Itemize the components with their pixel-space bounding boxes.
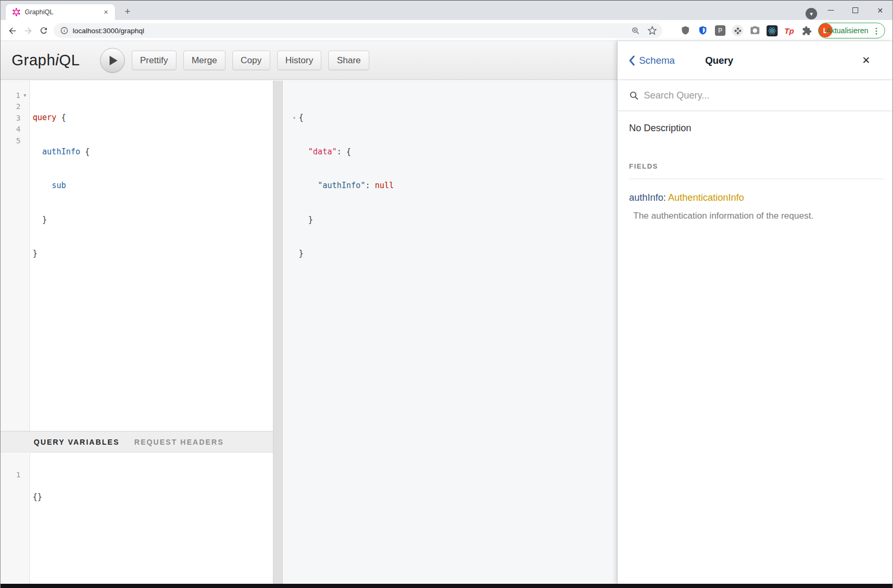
- reload-icon[interactable]: [37, 24, 50, 37]
- window-controls: ✕: [818, 1, 892, 20]
- extensions-puzzle-icon[interactable]: [801, 25, 812, 36]
- doc-close-icon[interactable]: ✕: [862, 54, 870, 66]
- query-editor[interactable]: 1▾ 2 3 4 5 query { authInfo { sub } }: [1, 81, 273, 431]
- ublock-extension-icon[interactable]: [680, 25, 691, 36]
- chevron-left-icon: [628, 55, 635, 66]
- tab-request-headers[interactable]: REQUEST HEADERS: [134, 438, 224, 446]
- move-extension-icon[interactable]: [732, 25, 743, 36]
- result-pane: ▾{ "data": { "authInfo": null } }: [283, 81, 617, 584]
- editor-column: 1▾ 2 3 4 5 query { authInfo { sub } }: [1, 81, 273, 584]
- taskbar-edge: [1, 584, 892, 588]
- doc-search-row: [617, 80, 892, 111]
- screenshot-extension-icon[interactable]: [749, 25, 761, 36]
- graphiql-app: GraphiQL Prettify Merge Copy History Sha…: [1, 41, 892, 584]
- query-code[interactable]: query { authInfo { sub } }: [31, 81, 273, 431]
- field-name-link[interactable]: authInfo: [629, 192, 663, 203]
- merge-button[interactable]: Merge: [183, 51, 225, 70]
- forward-icon[interactable]: [22, 24, 34, 37]
- execute-query-button[interactable]: [100, 48, 125, 73]
- doc-explorer-title: Query: [705, 55, 733, 66]
- line-number: 1: [1, 471, 21, 479]
- update-label: Aktualisieren: [826, 26, 868, 35]
- maximize-button[interactable]: [843, 1, 868, 20]
- close-button[interactable]: ✕: [868, 1, 892, 20]
- fields-divider: [629, 179, 885, 179]
- line-number: 1: [1, 91, 20, 100]
- bookmark-star-icon[interactable]: [647, 26, 657, 35]
- browser-navbar: localhost:3000/graphql P: [1, 20, 892, 41]
- download-status-icon[interactable]: ▾: [806, 8, 817, 19]
- play-icon: [110, 56, 117, 65]
- browser-window: GraphiQL ✕ + ▾ ✕ localhost:3000/grap: [0, 0, 893, 588]
- secondary-editor-tabs: QUERY VARIABLES REQUEST HEADERS: [1, 431, 273, 453]
- doc-back-link[interactable]: Schema: [628, 55, 675, 66]
- bitwarden-extension-icon[interactable]: [697, 25, 709, 36]
- tab-title: GraphiQL: [25, 8, 101, 16]
- browser-titlebar: GraphiQL ✕ + ▾ ✕: [1, 1, 892, 20]
- browser-update-menu[interactable]: Aktualisieren ⋮: [818, 23, 885, 38]
- tampermonkey-extension-icon[interactable]: Tp: [783, 25, 795, 36]
- field-type-link[interactable]: AuthenticationInfo: [668, 192, 744, 203]
- variables-editor-gutter: 1: [1, 453, 30, 584]
- fields-section-label: FIELDS: [629, 162, 885, 170]
- graphql-favicon-icon: [12, 8, 21, 16]
- doc-explorer: Schema Query ✕ No Description FIELDS aut…: [617, 41, 892, 584]
- tab-close-icon[interactable]: ✕: [101, 7, 111, 17]
- variables-editor[interactable]: 1 {}: [1, 453, 273, 584]
- copy-button[interactable]: Copy: [232, 51, 270, 70]
- field-description: The authentication information of the re…: [629, 211, 885, 221]
- line-number: 4: [1, 125, 21, 133]
- new-tab-button[interactable]: +: [121, 5, 134, 18]
- p-extension-icon[interactable]: P: [714, 25, 726, 36]
- address-bar[interactable]: localhost:3000/graphql: [54, 23, 662, 38]
- minimize-button[interactable]: [818, 1, 843, 20]
- url-text[interactable]: localhost:3000/graphql: [73, 27, 631, 35]
- query-editor-gutter: 1▾ 2 3 4 5: [1, 81, 30, 431]
- extensions-row: P Tp: [680, 24, 812, 37]
- zoom-icon[interactable]: [631, 26, 640, 35]
- site-info-icon[interactable]: [60, 26, 68, 35]
- line-number: 5: [1, 136, 21, 145]
- doc-back-label: Schema: [639, 55, 675, 66]
- fold-arrow-icon[interactable]: ▾: [290, 112, 299, 124]
- fold-arrow-icon[interactable]: ▾: [20, 92, 30, 98]
- browser-tab[interactable]: GraphiQL ✕: [6, 4, 115, 20]
- react-devtools-extension-icon[interactable]: [767, 25, 778, 36]
- tab-query-variables[interactable]: QUERY VARIABLES: [34, 438, 120, 446]
- field-item: authInfo: AuthenticationInfo: [629, 192, 885, 203]
- search-icon: [629, 91, 639, 101]
- line-number: 3: [1, 114, 21, 122]
- back-icon[interactable]: [6, 24, 18, 37]
- prettify-button[interactable]: Prettify: [132, 51, 176, 70]
- graphiql-logo: GraphiQL: [12, 52, 80, 69]
- history-button[interactable]: History: [277, 51, 322, 70]
- kebab-menu-icon[interactable]: ⋮: [872, 27, 880, 35]
- doc-explorer-header: Schema Query ✕: [617, 41, 892, 80]
- type-description: No Description: [629, 123, 885, 134]
- share-button[interactable]: Share: [328, 51, 369, 70]
- doc-explorer-body: No Description FIELDS authInfo: Authenti…: [617, 111, 892, 221]
- doc-search-input[interactable]: [644, 90, 892, 101]
- pane-resize-handle[interactable]: [273, 81, 283, 584]
- variables-code[interactable]: {}: [31, 453, 273, 584]
- line-number: 2: [1, 102, 21, 111]
- graphiql-toolbar: GraphiQL Prettify Merge Copy History Sha…: [1, 41, 617, 80]
